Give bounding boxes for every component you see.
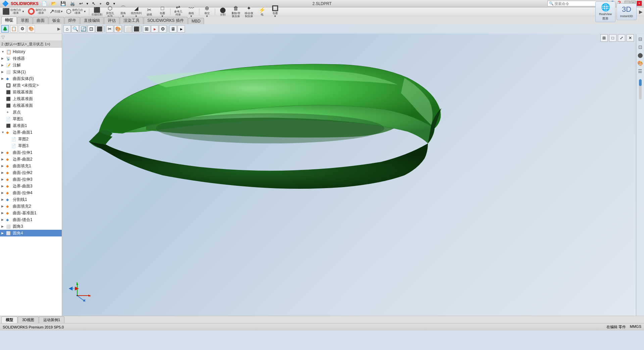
tab-evaluate[interactable]: 评估 xyxy=(104,17,119,24)
intersect-dropdown-icon[interactable]: ▼ xyxy=(206,15,208,18)
vp-expand-btn[interactable]: ▸ xyxy=(178,25,185,33)
undo-icon[interactable]: ↩ xyxy=(78,1,84,6)
tab-surface[interactable]: 曲面 xyxy=(33,17,48,24)
revolve-btn[interactable]: ⭕ 旋转凸台 /基体 xyxy=(27,8,47,16)
panel-expand-btn[interactable]: ▶ xyxy=(57,27,60,31)
viewport-scrollbar[interactable] xyxy=(639,79,642,99)
section-view-btn[interactable]: ✂ xyxy=(106,25,113,33)
tree-expand-boundary2[interactable]: ▶ xyxy=(1,158,6,161)
right-icon-2[interactable]: ⊡ xyxy=(637,44,644,50)
tree-item-surface5[interactable]: ▶ ◆ 曲面实体(5) xyxy=(0,75,62,82)
tree-expand-solid[interactable]: ▶ xyxy=(1,70,6,74)
tree-expand-sensor[interactable]: ▶ xyxy=(1,57,6,60)
settings-btn[interactable]: ⚙ xyxy=(159,25,166,33)
loft-btn[interactable]: ⬡ 放样凸台 /基体 ▼ xyxy=(65,8,87,16)
tree-expand-se4[interactable]: ▶ xyxy=(1,191,6,194)
tree-item-se4[interactable]: ▶ ◆ 曲面-拉伸4 xyxy=(0,189,62,196)
shell-btn[interactable]: □ 包覆 ▼ xyxy=(156,5,168,18)
display-btn[interactable]: ⊞ xyxy=(143,25,150,33)
chamfer-btn[interactable]: ◢ 线性阵列 ▼ xyxy=(130,5,142,18)
tree-expand-annotation[interactable]: ▶ xyxy=(1,63,6,67)
tree-expand-f4[interactable]: ▶ xyxy=(1,231,6,235)
tree-expand-sf2[interactable]: ▶ xyxy=(1,205,6,208)
intersect-btn[interactable]: ⊕ 相交 ▼ xyxy=(201,5,213,18)
scan-cut-btn[interactable]: ⬛ 扫描切割 xyxy=(91,6,103,17)
right-icon-5[interactable]: ☰ xyxy=(637,68,644,75)
tab-motion[interactable]: 运动算例1 xyxy=(39,316,64,323)
redo-dropdown-icon[interactable]: ▼ xyxy=(86,2,89,5)
ribbon-expand-icon[interactable]: ▶ xyxy=(639,9,643,14)
shaded-btn[interactable]: ⬛ xyxy=(133,25,140,33)
tree-item-boundary1[interactable]: ▼ ◆ 边界-曲面1 xyxy=(0,129,62,136)
instant3d-btn[interactable]: 3D Instant3D xyxy=(616,3,637,20)
tree-expand-f3[interactable]: ▶ xyxy=(1,225,6,228)
tree-item-fillet3[interactable]: ▶ ⬜ 圆角3 xyxy=(0,223,62,230)
tree-item-surf-plane1[interactable]: ▶ ◆ 曲面-基准面1 xyxy=(0,210,62,216)
expand-vp-btn[interactable]: ⤢ xyxy=(618,34,625,42)
tab-sketch[interactable]: 草图 xyxy=(17,17,33,24)
wrap-btn[interactable]: 🔲 包覆 ▼ xyxy=(269,5,281,18)
mark-icon[interactable]: ● xyxy=(99,1,103,6)
tree-item-sensor[interactable]: ▶ 📡 传感器 xyxy=(0,55,62,62)
tab-direct-edit[interactable]: 直接编辑 xyxy=(80,17,104,24)
wireframe-btn[interactable]: ⬜ xyxy=(125,25,132,33)
tab-mbd[interactable]: MBD xyxy=(188,18,204,24)
close-vp-btn[interactable]: ✕ xyxy=(627,34,634,42)
tree-item-sketch2[interactable]: ▶ 📄 草图2 xyxy=(0,136,62,142)
tree-item-front-plane[interactable]: ▶ ⬛ 前视基准面 xyxy=(0,89,62,95)
curve-btn[interactable]: 〰 曲线 ▼ xyxy=(185,5,197,18)
apply-btn[interactable]: ▸ xyxy=(151,25,158,33)
zoom-btn[interactable]: 🔍 xyxy=(71,25,79,33)
tree-expand-b3[interactable]: ▶ xyxy=(1,184,6,188)
search-input[interactable] xyxy=(554,2,595,6)
tree-item-origin[interactable]: ▶ ✦ 原点 xyxy=(0,109,62,116)
tree-item-right-plane[interactable]: ▶ ⬛ 右视基准面 xyxy=(0,102,62,109)
boss-dropdown-icon[interactable]: ▼ xyxy=(22,10,24,13)
tree-item-fillet4[interactable]: ▶ ⬜ 圆角4 xyxy=(0,230,62,236)
tree-item-split1[interactable]: ▶ ◆ 分割线1 xyxy=(0,196,62,203)
tree-expand-se3[interactable]: ▶ xyxy=(1,178,6,181)
tree-item-solid1[interactable]: ▶ ⬜ 实体(1) xyxy=(0,69,62,75)
sweep-dropdown-icon[interactable]: ▼ xyxy=(60,10,63,13)
print-icon[interactable]: 🖨️ xyxy=(69,1,76,6)
tree-expand-split1[interactable]: ▶ xyxy=(1,198,6,201)
boss-extrude-btn[interactable]: ⬛ 拉伸凸台 /基体 ▼ xyxy=(1,8,26,16)
right-icon-3[interactable]: ⬤ xyxy=(637,52,644,58)
tree-item-surf-knit1[interactable]: ▶ ◆ 曲面-缝合1 xyxy=(0,216,62,223)
configuration-btn[interactable]: ⚙ xyxy=(19,25,26,33)
view-orient-btn[interactable]: ⌂ xyxy=(63,25,71,33)
move-copy-btn[interactable]: ✦ 移动/复 制实体 xyxy=(243,5,255,18)
split-btn[interactable]: ⬤ 分割 xyxy=(217,6,229,17)
tree-item-boundary3[interactable]: ▶ ◆ 边界-曲面3 xyxy=(0,183,62,189)
fillet-btn[interactable]: ⌒ 圆角 ▼ xyxy=(117,5,129,18)
tree-expand-boundary1[interactable]: ▼ xyxy=(1,131,6,134)
tab-sw-plugins[interactable]: SOLIDWORKS 插件 xyxy=(144,17,188,24)
right-icon-4[interactable]: 🎨 xyxy=(637,60,644,67)
monitor-btn[interactable]: 🖥 xyxy=(169,25,177,33)
tab-render[interactable]: 渲染工具 xyxy=(120,17,143,24)
viewport[interactable]: ⌂ 🔍 🔄 ⊡ ⬛ ✂ 🎨 ⬜ xyxy=(62,24,644,316)
tree-expand-surface[interactable]: ▶ xyxy=(1,77,6,80)
tree-item-history[interactable]: ▼ 📋 History xyxy=(0,48,62,55)
rotate-btn[interactable]: 🔄 xyxy=(80,25,87,33)
cursor-icon[interactable]: ↖ xyxy=(91,1,97,6)
tree-item-top-plane[interactable]: ▶ ⬛ 上视基准面 xyxy=(0,95,62,102)
tree-root-item[interactable]: 2 (默认<<默认>_显示状态 1>) xyxy=(0,41,62,48)
tab-feature[interactable]: 特征 xyxy=(1,16,17,24)
tree-expand-icon[interactable]: ▼ xyxy=(1,50,6,53)
tree-expand-sf1[interactable]: ▶ xyxy=(1,164,6,168)
tree-item-se3[interactable]: ▶ ◆ 曲面-拉伸3 xyxy=(0,176,62,183)
prev-view-btn[interactable]: ⬛ xyxy=(96,25,103,33)
tab-3dview[interactable]: 3D视图 xyxy=(18,316,39,323)
sweep-btn[interactable]: ↗ 扫描 ▼ xyxy=(48,8,64,16)
feature-tree-btn[interactable]: 🌲 xyxy=(1,25,9,33)
tree-item-annotation[interactable]: ▶ 📝 注解 xyxy=(0,62,62,69)
new-icon[interactable]: 📄 xyxy=(41,1,48,6)
maximize-vp-btn[interactable]: ⊞ xyxy=(600,34,608,42)
tree-item-se2[interactable]: ▶ ◆ 曲面-拉伸2 xyxy=(0,169,62,176)
tab-sheetmetal[interactable]: 钣金 xyxy=(49,17,64,24)
tree-item-surface-extrude1[interactable]: ▶ ◆ 曲面-拉伸1 xyxy=(0,149,62,156)
boundary-cut-btn[interactable]: ⬡ 异型孔 向导 xyxy=(104,5,116,18)
zoom-fit-btn[interactable]: ⊡ xyxy=(88,25,95,33)
tree-item-sketch3[interactable]: ▶ 📄 草图3 xyxy=(0,142,62,149)
